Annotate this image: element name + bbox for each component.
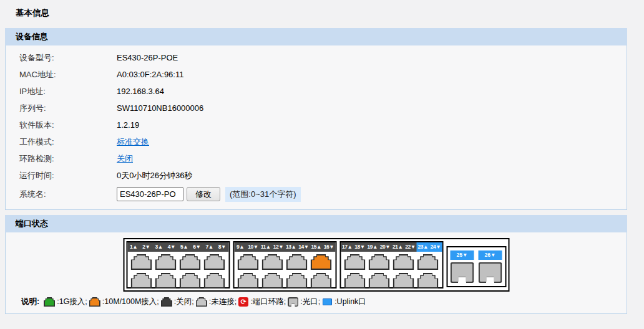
device-info-row: 设备型号:ES430-26P-POE <box>6 49 627 66</box>
port-number-label: 13▲ <box>285 242 297 252</box>
fiber-port-icon <box>288 297 298 307</box>
rj45-port-20 <box>369 273 390 288</box>
legend-label: :10M/100M接入; <box>102 297 159 307</box>
rj45-fill <box>419 274 437 287</box>
port-grid <box>341 252 442 291</box>
rj45-fill <box>239 274 258 287</box>
rj45-fill <box>157 255 175 269</box>
device-info-row: 软件版本:1.2.19 <box>6 117 627 133</box>
port-number-label: 20▼ <box>379 242 391 252</box>
legend-prefix: 说明: <box>21 297 39 307</box>
device-info-label: MAC地址: <box>6 69 117 80</box>
rj45-port-9 <box>238 254 259 270</box>
port-number-label: 15▲ <box>310 242 323 252</box>
rj45-fill <box>263 255 282 269</box>
device-info-value: ES430-26P-POE <box>117 53 178 62</box>
device-info-label: 序列号: <box>6 103 117 114</box>
rj45-port-19 <box>369 254 390 270</box>
port-number-label: 10▼ <box>246 242 259 252</box>
rj45-port-24 <box>417 273 439 288</box>
device-info-label: 设备型号: <box>6 52 117 64</box>
device-info-header: 设备信息 <box>5 28 627 45</box>
legend-rj45-disconnected-icon <box>196 297 207 307</box>
rj45-port-14 <box>286 273 308 288</box>
rj45-port-6 <box>180 273 201 288</box>
rj45-fill <box>288 255 306 269</box>
port-number-label: 5▲ <box>178 242 190 252</box>
port-number-label: 18▼ <box>353 242 366 252</box>
system-name-range-hint: (范围:0~31个字符) <box>225 187 301 202</box>
port-number-label: 1▲ <box>127 242 140 252</box>
port-number-label: 17▲ <box>341 242 353 252</box>
legend-rj45-1g-icon <box>44 297 55 307</box>
device-info-value-link[interactable]: 标准交换 <box>117 136 149 148</box>
port-number-label: 9▲ <box>234 242 246 252</box>
rj45-fill <box>132 255 151 269</box>
rj45-port-4 <box>155 273 177 288</box>
rj45-fill <box>263 274 282 287</box>
rj45-port-15 <box>311 254 332 270</box>
rj45-port-18 <box>344 273 366 288</box>
rj45-port-1 <box>131 254 152 270</box>
port-loop-icon: ⟳ <box>238 297 248 307</box>
port-block: 1▲2▼3▲4▼5▲6▼7▲8▼ <box>126 241 230 288</box>
legend-item: :未连接; <box>194 297 237 307</box>
legend-item: ⟳:端口环路; <box>237 297 286 307</box>
legend-label: :光口; <box>300 297 320 307</box>
device-info-value: 0天0小时26分钟36秒 <box>117 170 192 181</box>
device-info-row: IP地址:192.168.3.64 <box>6 83 627 100</box>
legend-label: :关闭; <box>174 297 194 307</box>
device-info-label: 环路检测: <box>6 153 117 164</box>
device-info-value: A0:03:0F:2A:96:11 <box>117 70 183 79</box>
sfp-fill <box>480 264 501 282</box>
rj45-port-5 <box>180 254 201 270</box>
device-info-body: 设备型号:ES430-26P-POEMAC地址:A0:03:0F:2A:96:1… <box>5 45 627 210</box>
port-number-label: 12▼ <box>272 242 285 252</box>
rj45-port-13 <box>286 254 308 270</box>
port-number-label: 19▲ <box>366 242 379 252</box>
port-number-label: 22▼ <box>404 242 416 252</box>
rj45-port-2 <box>131 273 152 288</box>
device-info-value: 1.2.19 <box>117 120 139 130</box>
port-legend: 说明::1G接入;:10M/100M接入;:关闭;:未连接;⟳:端口环路;:光口… <box>21 297 366 307</box>
sfp-port: 26▼ <box>479 250 502 283</box>
modify-button[interactable]: 修改 <box>187 187 220 201</box>
legend-rj45-closed-icon <box>161 297 172 307</box>
device-info-value-link[interactable]: 关闭 <box>117 153 133 164</box>
legend-label: :1G接入; <box>57 297 87 307</box>
rj45-fill <box>370 255 389 269</box>
device-info-label: 工作模式: <box>6 136 117 148</box>
legend-item: :10M/100M接入; <box>87 297 159 307</box>
rj45-fill <box>394 255 413 269</box>
port-block: 17▲18▼19▲20▼21▲22▼23▲24▼ <box>339 241 443 288</box>
rj45-fill <box>157 274 175 287</box>
port-grid <box>234 252 335 291</box>
device-info-row: 工作模式:标准交换 <box>6 133 627 150</box>
port-number-label: 2▼ <box>140 242 152 252</box>
port-number-label: 8▼ <box>216 242 228 252</box>
device-info-label: 运行时间: <box>6 170 117 181</box>
rj45-fill <box>394 274 413 287</box>
port-status-header: 端口状态 <box>5 215 627 232</box>
rj45-fill <box>312 274 331 287</box>
device-info-section: 设备信息 设备型号:ES430-26P-POEMAC地址:A0:03:0F:2A… <box>5 28 627 210</box>
legend-label: :未连接; <box>209 297 237 307</box>
port-status-section: 端口状态 1▲2▼3▲4▼5▲6▼7▲8▼9▲10▼11▲12▼13▲14▼15… <box>5 215 627 314</box>
system-name-row: 系统名: 修改 (范围:0~31个字符) <box>6 184 627 204</box>
port-block-header: 1▲2▼3▲4▼5▲6▼7▲8▼ <box>127 242 228 252</box>
rj45-fill <box>370 274 389 287</box>
page-title: 基本信息 <box>0 0 644 28</box>
port-number-label: 7▲ <box>203 242 216 252</box>
port-number-label: 11▲ <box>260 242 272 252</box>
system-name-input[interactable] <box>117 187 183 201</box>
sfp-ports-block: 25▼26▼ <box>446 246 506 287</box>
sfp-port-number-label: 26▼ <box>479 250 502 260</box>
legend-rj45-100m-icon <box>89 297 100 307</box>
sfp-port-shape <box>451 262 474 283</box>
rj45-port-10 <box>238 273 259 288</box>
rj45-port-11 <box>262 254 283 270</box>
device-info-row: 序列号:SW110710NB16000006 <box>6 100 627 117</box>
rj45-fill <box>45 298 54 306</box>
rj45-fill <box>162 298 171 306</box>
port-number-label: 16▼ <box>323 242 335 252</box>
